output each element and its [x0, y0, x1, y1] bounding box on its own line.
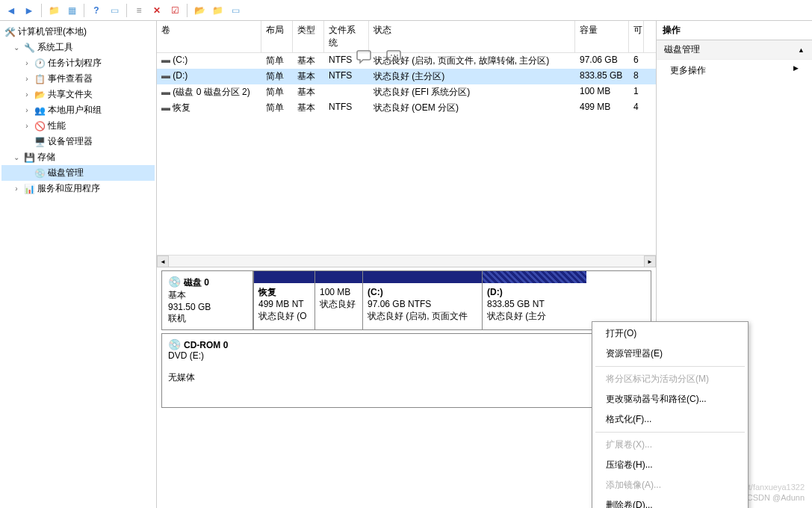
collapse-icon[interactable]: ⌄	[12, 153, 21, 161]
screen-icon[interactable]: ▭	[106, 2, 123, 19]
x-icon[interactable]: ✕	[149, 2, 165, 19]
vol-type: 基本	[293, 101, 324, 115]
context-menu-item[interactable]: 打开(O)	[592, 323, 748, 344]
overlay-chat-icons	[355, 49, 404, 65]
volume-row[interactable]: ▬ (D:) 简单 基本 NTFS 状态良好 (主分区) 833.85 GB 8	[157, 69, 656, 84]
tree-services[interactable]: ›📊服务和应用程序	[1, 181, 155, 196]
volume-row[interactable]: ▬ (磁盘 0 磁盘分区 2) 简单 基本 状态良好 (EFI 系统分区) 10…	[157, 84, 656, 100]
disk-icon: 💿	[168, 276, 181, 288]
vol-layout: 简单	[261, 101, 293, 115]
disk-size: 931.50 GB	[168, 302, 247, 312]
expand-icon[interactable]: ›	[22, 122, 31, 130]
collapse-arrow-icon: ▲	[798, 46, 805, 54]
vol-ext: 1	[629, 85, 644, 99]
back-button[interactable]: ◄	[3, 2, 19, 19]
disk-0-row[interactable]: 💿磁盘 0 基本 931.50 GB 联机 恢复499 MB NT状态良好 (O…	[161, 270, 651, 330]
volume-table-header: 卷 布局 类型 文件系统 状态 容量 可	[157, 21, 656, 53]
col-volume[interactable]: 卷	[157, 21, 261, 52]
tree-performance[interactable]: ›🚫性能	[1, 118, 155, 134]
perf-icon: 🚫	[34, 120, 46, 132]
vol-name: ▬ (C:)	[157, 54, 261, 68]
vol-ext: 6	[629, 54, 644, 68]
col-filesystem[interactable]: 文件系统	[324, 21, 369, 52]
folder2-icon[interactable]: 📂	[191, 2, 208, 19]
tree-label: 系统工具	[37, 41, 73, 54]
context-menu-item[interactable]: 格式化(F)...	[592, 409, 748, 430]
tree-task-scheduler[interactable]: ›🕐任务计划程序	[1, 55, 155, 71]
col-extra[interactable]: 可	[629, 21, 644, 52]
scroll-track[interactable]	[169, 255, 644, 267]
svg-point-0	[391, 55, 392, 56]
partition[interactable]: 恢复499 MB NT状态良好 (O	[253, 271, 314, 329]
cdrom-label[interactable]: 💿CD-ROM 0 DVD (E:) 无媒体	[162, 334, 651, 407]
tree-device-manager[interactable]: 🖥️设备管理器	[1, 134, 155, 149]
tree-shared-folders[interactable]: ›📂共享文件夹	[1, 87, 155, 102]
scroll-right-icon[interactable]: ►	[644, 255, 656, 267]
partition[interactable]: 100 MB状态良好	[314, 271, 362, 329]
tree-event-viewer[interactable]: ›📋事件查看器	[1, 71, 155, 87]
bar-icon[interactable]: ≡	[131, 2, 147, 19]
context-menu-item[interactable]: 删除卷(D)...	[592, 495, 748, 508]
tree-root[interactable]: 🛠️计算机管理(本地)	[1, 24, 155, 40]
actions-title: 操作	[657, 21, 812, 40]
partition-bar	[483, 271, 586, 283]
forward-button[interactable]: ►	[21, 2, 37, 19]
cdrom-drive: DVD (E:)	[168, 350, 645, 361]
vol-fs: NTFS	[324, 69, 369, 84]
folder3-icon[interactable]: 📁	[209, 2, 226, 19]
collapse-icon[interactable]: ⌄	[12, 43, 21, 52]
partition[interactable]: (D:)833.85 GB NT状态良好 (主分	[482, 271, 586, 329]
actions-more-label: 更多操作	[670, 64, 706, 77]
help-icon[interactable]: ?	[88, 2, 105, 19]
context-menu-item[interactable]: 资源管理器(E)	[592, 344, 748, 364]
col-capacity[interactable]: 容量	[575, 21, 629, 52]
tree-disk-management[interactable]: 💿磁盘管理	[1, 165, 155, 181]
check-icon[interactable]: ☑	[167, 2, 183, 19]
up-folder-icon[interactable]: 📁	[46, 2, 62, 19]
scroll-left-icon[interactable]: ◄	[157, 255, 169, 267]
vol-type: 基本	[293, 54, 324, 68]
vol-cap: 97.06 GB	[575, 54, 629, 68]
partition[interactable]: (C:)97.06 GB NTFS状态良好 (启动, 页面文件	[362, 271, 482, 329]
menu-separator	[595, 366, 745, 367]
context-menu-item[interactable]: 压缩卷(H)...	[592, 455, 748, 475]
vol-name: ▬ (D:)	[157, 69, 261, 84]
tree-storage[interactable]: ⌄💾存储	[1, 149, 155, 165]
vol-fs: NTFS	[324, 101, 369, 115]
window-icon[interactable]: ▭	[227, 2, 244, 19]
partition-bar	[254, 271, 314, 283]
submenu-arrow-icon: ▶	[793, 64, 799, 77]
actions-more[interactable]: 更多操作 ▶	[657, 60, 812, 81]
vol-status: 状态良好 (OEM 分区)	[369, 101, 575, 115]
tree-system-tools[interactable]: ⌄🔧系统工具	[1, 40, 155, 55]
grid-icon[interactable]: ▦	[63, 2, 80, 19]
volume-table-body: ▬ (C:) 简单 基本 NTFS 状态良好 (启动, 页面文件, 故障转储, …	[157, 53, 656, 255]
vol-layout: 简单	[261, 85, 293, 99]
tree-label: 性能	[48, 120, 66, 132]
vol-fs	[324, 85, 369, 99]
col-status[interactable]: 状态	[369, 21, 575, 52]
actions-section[interactable]: 磁盘管理 ▲	[657, 40, 812, 60]
partition-info: 100 MB状态良好	[315, 283, 362, 313]
tree-local-users[interactable]: ›👥本地用户和组	[1, 102, 155, 118]
volume-row[interactable]: ▬ 恢复 简单 基本 NTFS 状态良好 (OEM 分区) 499 MB 4	[157, 100, 656, 116]
expand-icon[interactable]: ›	[22, 75, 31, 83]
col-layout[interactable]: 布局	[261, 21, 293, 52]
vol-status: 状态良好 (EFI 系统分区)	[369, 85, 575, 99]
expand-icon[interactable]: ›	[22, 90, 31, 99]
svg-point-2	[397, 55, 398, 56]
expand-icon[interactable]: ›	[22, 106, 31, 114]
expand-icon[interactable]: ›	[22, 59, 31, 67]
volume-row[interactable]: ▬ (C:) 简单 基本 NTFS 状态良好 (启动, 页面文件, 故障转储, …	[157, 53, 656, 69]
tree-label: 设备管理器	[48, 135, 93, 148]
tree-label: 服务和应用程序	[37, 182, 100, 195]
context-menu-item[interactable]: 更改驱动器号和路径(C)...	[592, 389, 748, 409]
storage-icon: 💾	[23, 152, 35, 164]
vol-layout: 简单	[261, 69, 293, 84]
col-type[interactable]: 类型	[293, 21, 324, 52]
disk-0-label[interactable]: 💿磁盘 0 基本 931.50 GB 联机	[162, 271, 253, 329]
expand-icon[interactable]: ›	[12, 185, 21, 193]
cdrom-row[interactable]: 💿CD-ROM 0 DVD (E:) 无媒体	[161, 333, 651, 408]
scrollbar-horizontal[interactable]: ◄ ►	[157, 255, 656, 267]
vol-ext: 4	[629, 101, 644, 115]
